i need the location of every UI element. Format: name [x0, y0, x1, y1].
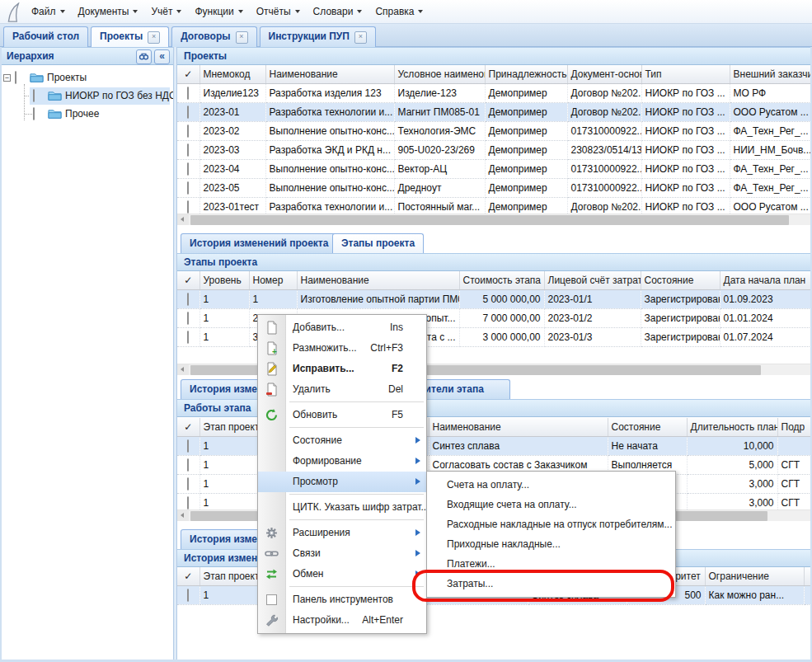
context-menu-item[interactable]: Панель инструментов	[258, 589, 426, 610]
checkbox[interactable]	[187, 143, 189, 157]
checkbox[interactable]	[187, 106, 189, 119]
tab-project-history[interactable]: История изменений проекта	[181, 233, 337, 253]
context-menu-item[interactable]: Связи	[258, 543, 426, 564]
checkbox[interactable]	[187, 87, 189, 100]
context-menu-item[interactable]: Настройки...Alt+Enter	[258, 610, 426, 631]
column-header[interactable]: Принадлежность	[485, 65, 567, 84]
table-row[interactable]: 2023-01Разработка технологии и...Магнит …	[177, 103, 812, 122]
column-header[interactable]: Тип	[641, 65, 730, 84]
checkbox[interactable]	[187, 331, 189, 344]
checkbox[interactable]	[187, 293, 189, 306]
scrollbar-thumb[interactable]	[190, 215, 789, 225]
shortcut-label: Ins	[390, 317, 403, 338]
context-menu-item[interactable]: ОбновитьF5	[258, 405, 426, 425]
close-tab-icon[interactable]: ×	[148, 31, 160, 44]
tree-node[interactable]: − Проекты	[0, 69, 171, 87]
table-row[interactable]: 2023-04Выполнение опытно-конс...Вектор-А…	[177, 160, 812, 179]
column-header[interactable]: Подр	[777, 418, 812, 437]
column-header[interactable]: Наименование	[297, 271, 459, 290]
menubar-item[interactable]: Справка	[368, 0, 429, 23]
cell: 3,000	[687, 475, 777, 494]
column-header[interactable]: Состояние	[608, 418, 687, 437]
select-all-header[interactable]: ✓	[177, 567, 199, 586]
context-menu-item[interactable]: Обмен	[258, 564, 426, 585]
close-tab-icon[interactable]: ×	[354, 31, 367, 44]
column-header[interactable]: Лицевой счёт затрат.	[544, 271, 641, 290]
column-header[interactable]: Дата начала план	[720, 271, 812, 290]
window-tab[interactable]: Рабочий стол	[3, 26, 88, 47]
context-menu-item[interactable]: Исправить...F2	[258, 359, 426, 379]
tree-node-selected[interactable]: НИОКР по ГОЗ без НДС	[0, 87, 171, 105]
scroll-left-icon[interactable]	[177, 364, 189, 375]
column-header[interactable]: Стоимость этапа	[459, 271, 544, 290]
column-header[interactable]: Наименование	[429, 418, 608, 437]
context-menu-item[interactable]: Формирование	[258, 451, 426, 472]
table-row[interactable]: 11Изготовление опытной партии ПМ0...5 00…	[177, 290, 812, 309]
menubar-item[interactable]: Функции	[188, 0, 249, 23]
checkbox[interactable]	[187, 162, 189, 176]
projects-title: Проекты	[184, 50, 227, 62]
checkbox[interactable]	[187, 312, 189, 325]
menubar-item[interactable]: Словари	[307, 0, 369, 23]
select-all-header[interactable]: ✓	[177, 271, 199, 290]
table-row[interactable]: 2023-05Выполнение опытно-конс...Дредноут…	[177, 179, 812, 198]
column-header[interactable]: Длительность план	[687, 418, 777, 437]
horizontal-scrollbar[interactable]	[177, 214, 812, 225]
menubar-item[interactable]: Учёт	[144, 0, 188, 23]
checkbox[interactable]	[187, 200, 189, 214]
table-row[interactable]: Изделие123Разработка изделия 123Изделие-…	[177, 84, 812, 103]
checkbox[interactable]	[187, 477, 189, 491]
menubar-item[interactable]: Документы	[72, 0, 145, 23]
hierarchy-title: Иерархия	[7, 50, 54, 62]
context-menu-item[interactable]: УдалитьDel	[258, 379, 426, 400]
submenu-item[interactable]: Приходные накладные...	[427, 534, 675, 554]
close-tab-icon[interactable]: ×	[236, 31, 248, 44]
select-all-header[interactable]: ✓	[177, 65, 199, 84]
collapse-node-icon[interactable]: −	[3, 74, 11, 82]
scroll-left-icon[interactable]	[177, 510, 189, 521]
submenu-item[interactable]: Расходные накладные на отпуск потребител…	[427, 514, 675, 534]
table-row[interactable]: 2023-03Разработка ЭКД и РКД н...905-U020…	[177, 141, 812, 160]
context-menu-item[interactable]: Состояние	[258, 430, 426, 451]
checkbox[interactable]	[187, 589, 189, 602]
select-all-header[interactable]: ✓	[177, 418, 199, 437]
context-menu-item[interactable]: Расширения	[258, 523, 426, 543]
table-row[interactable]: 2023-02Выполнение опытно-конс...Технолог…	[177, 122, 812, 141]
checkbox[interactable]	[187, 496, 189, 509]
cell: 2023-02	[199, 122, 265, 141]
tree-node[interactable]: Прочее	[0, 106, 171, 123]
context-menu-item[interactable]: ЦИТК. Указать шифр затрат...	[258, 497, 426, 518]
column-header[interactable]: Условное наименова	[394, 65, 485, 84]
column-header[interactable]: Уровень	[199, 271, 249, 290]
column-header[interactable]: Мнемокод	[199, 65, 265, 84]
window-tab[interactable]: Инструкции ПУП×	[260, 26, 376, 47]
window-tab[interactable]: Проекты×	[91, 26, 169, 47]
menubar-item[interactable]: Файл	[25, 0, 72, 23]
tab-project-stages[interactable]: Этапы проекта	[332, 233, 424, 253]
context-menu-item[interactable]: +Размножить...Ctrl+F3	[258, 338, 426, 359]
context-menu-item[interactable]: Просмотр	[258, 472, 426, 492]
collapse-panel-icon[interactable]: «	[154, 49, 170, 64]
checkbox[interactable]	[187, 181, 189, 195]
checkbox[interactable]	[15, 71, 16, 84]
column-header[interactable]: Документ-основан	[567, 65, 641, 84]
scroll-left-icon[interactable]	[177, 214, 189, 225]
column-header[interactable]: Внешний заказчик	[730, 65, 812, 84]
checkbox[interactable]	[33, 107, 35, 120]
checkbox[interactable]	[187, 458, 189, 472]
column-header[interactable]: Наименование	[265, 65, 394, 84]
menubar-item[interactable]: Отчёты	[250, 0, 307, 23]
submenu-item[interactable]: Счета на оплату...	[427, 475, 675, 495]
submenu-item[interactable]: Входящие счета на оплату...	[427, 495, 675, 514]
checkbox[interactable]	[33, 89, 35, 102]
window-tab[interactable]: Договоры×	[171, 26, 256, 47]
context-menu-item[interactable]: Добавить...Ins	[258, 317, 426, 338]
folder-icon	[48, 90, 62, 101]
checkbox[interactable]	[187, 124, 189, 138]
column-header[interactable]: Состояние	[641, 271, 720, 290]
column-header[interactable]: Ограничение	[705, 567, 804, 586]
checkbox[interactable]	[187, 439, 189, 453]
column-header[interactable]: Номер	[249, 271, 297, 290]
cell: Синтез сплава	[429, 437, 608, 456]
search-icon[interactable]	[136, 49, 152, 64]
